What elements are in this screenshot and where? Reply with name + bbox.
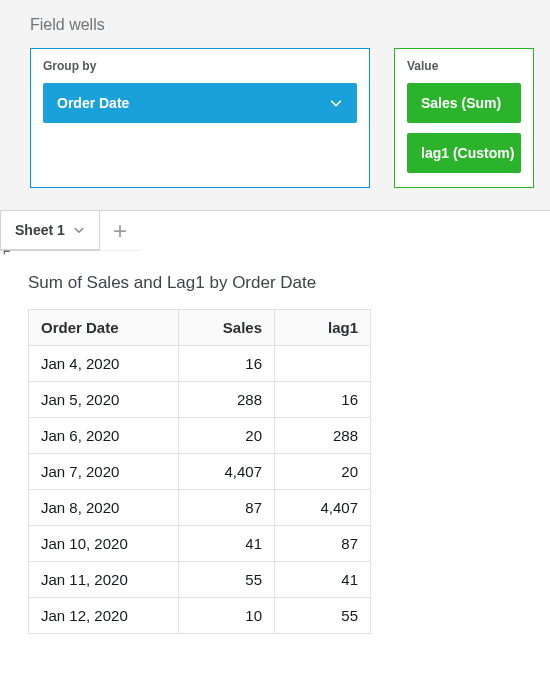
- cell-sales: 20: [179, 418, 275, 454]
- chevron-down-icon: [73, 224, 85, 236]
- visual-container: Sum of Sales and Lag1 by Order Date Orde…: [0, 251, 550, 634]
- table-row: Jan 12, 20201055: [29, 598, 371, 634]
- cell-lag1: 41: [275, 562, 371, 598]
- table-row: Jan 10, 20204187: [29, 526, 371, 562]
- cell-date: Jan 11, 2020: [29, 562, 179, 598]
- chevron-down-icon: [329, 96, 343, 110]
- table-row: Jan 6, 202020288: [29, 418, 371, 454]
- cell-sales: 4,407: [179, 454, 275, 490]
- cell-lag1: 87: [275, 526, 371, 562]
- table-row: Jan 5, 202028816: [29, 382, 371, 418]
- cell-lag1: 16: [275, 382, 371, 418]
- field-wells-panel: Field wells Group by Order Date Value Sa…: [0, 0, 550, 211]
- cell-sales: 55: [179, 562, 275, 598]
- cell-lag1: [275, 346, 371, 382]
- pill-label: lag1 (Custom): [421, 145, 514, 161]
- table-row: Jan 7, 20204,40720: [29, 454, 371, 490]
- cell-date: Jan 8, 2020: [29, 490, 179, 526]
- cell-sales: 288: [179, 382, 275, 418]
- group-by-pill-order-date[interactable]: Order Date: [43, 83, 357, 123]
- cell-sales: 10: [179, 598, 275, 634]
- cell-lag1: 55: [275, 598, 371, 634]
- plus-icon: [113, 224, 127, 238]
- table-row: Jan 8, 2020874,407: [29, 490, 371, 526]
- add-sheet-button[interactable]: [100, 211, 140, 251]
- value-pill-sales[interactable]: Sales (Sum): [407, 83, 521, 123]
- cell-sales: 87: [179, 490, 275, 526]
- pill-label: Order Date: [57, 95, 129, 111]
- group-by-well[interactable]: Group by Order Date: [30, 48, 370, 188]
- cell-date: Jan 6, 2020: [29, 418, 179, 454]
- column-header-lag1[interactable]: lag1: [275, 310, 371, 346]
- table-row: Jan 11, 20205541: [29, 562, 371, 598]
- cell-date: Jan 5, 2020: [29, 382, 179, 418]
- table-row: Jan 4, 202016: [29, 346, 371, 382]
- group-by-label: Group by: [43, 59, 357, 73]
- data-table: Order Date Sales lag1 Jan 4, 202016Jan 5…: [28, 309, 371, 634]
- pill-label: Sales (Sum): [421, 95, 501, 111]
- cell-date: Jan 10, 2020: [29, 526, 179, 562]
- cell-date: Jan 12, 2020: [29, 598, 179, 634]
- sheet-tab-strip: Sheet 1 ⌐: [0, 211, 550, 251]
- sheet-tab-active[interactable]: Sheet 1: [0, 211, 100, 251]
- column-header-sales[interactable]: Sales: [179, 310, 275, 346]
- cell-date: Jan 7, 2020: [29, 454, 179, 490]
- cell-lag1: 20: [275, 454, 371, 490]
- cell-lag1: 288: [275, 418, 371, 454]
- value-well[interactable]: Value Sales (Sum) lag1 (Custom): [394, 48, 534, 188]
- value-label: Value: [407, 59, 521, 73]
- field-wells-row: Group by Order Date Value Sales (Sum) la…: [30, 48, 550, 210]
- column-header-order-date[interactable]: Order Date: [29, 310, 179, 346]
- table-header-row: Order Date Sales lag1: [29, 310, 371, 346]
- cell-date: Jan 4, 2020: [29, 346, 179, 382]
- cell-lag1: 4,407: [275, 490, 371, 526]
- sheet-tab-label: Sheet 1: [15, 222, 65, 238]
- cell-sales: 16: [179, 346, 275, 382]
- value-pill-lag1[interactable]: lag1 (Custom): [407, 133, 521, 173]
- cell-sales: 41: [179, 526, 275, 562]
- visual-title: Sum of Sales and Lag1 by Order Date: [28, 273, 550, 293]
- field-wells-title: Field wells: [30, 16, 550, 34]
